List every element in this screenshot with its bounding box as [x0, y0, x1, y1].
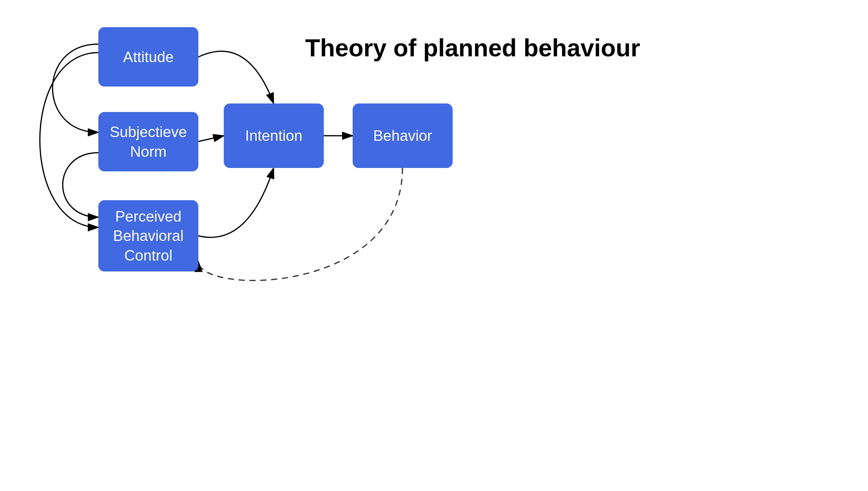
- behavior-label: Behavior: [373, 126, 432, 145]
- diagram-container: Theory of planned behaviour: [0, 0, 868, 491]
- attitude-box: Attitude: [98, 27, 198, 87]
- norm-to-intention-arrow: [198, 136, 224, 141]
- pbc-box: PerceivedBehavioralControl: [98, 200, 198, 271]
- norm-box: SubjectieveNorm: [98, 112, 198, 171]
- intention-label: Intention: [245, 126, 302, 145]
- attitude-to-intention-arrow: [198, 51, 274, 103]
- attitude-to-norm-left-arrow: [53, 44, 98, 132]
- norm-label: SubjectieveNorm: [110, 122, 187, 161]
- attitude-label: Attitude: [123, 47, 174, 67]
- behavior-to-pbc-dashed-arrow: [198, 168, 402, 281]
- pbc-to-intention-arrow: [198, 168, 274, 238]
- pbc-label: PerceivedBehavioralControl: [113, 207, 184, 265]
- attitude-to-pbc-left-arrow: [40, 53, 99, 227]
- behavior-box: Behavior: [353, 103, 453, 168]
- intention-box: Intention: [224, 103, 324, 168]
- norm-to-pbc-left-arrow: [63, 153, 98, 217]
